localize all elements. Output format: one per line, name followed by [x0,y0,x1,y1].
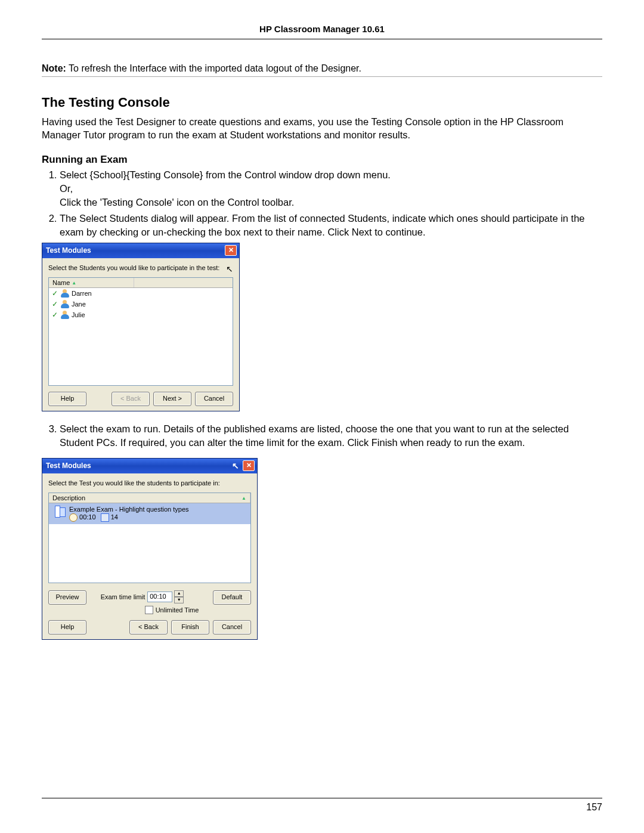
step-2: The Select Students dialog will appear. … [60,212,602,239]
step-3: Select the exam to run. Details of the p… [60,422,602,450]
description-header-label: Description [52,494,85,501]
check-icon[interactable]: ✓ [51,311,58,318]
students-list-header: Name ▲ [49,278,233,288]
student-row[interactable]: ✓ Darren [49,288,233,299]
dialog1-instruction: Select the Students you would like to pa… [48,264,219,271]
time-limit-label: Exam time limit [101,593,145,600]
dialog2-body: Select the Test you would like the stude… [42,473,257,639]
section-heading: The Testing Console [42,95,602,110]
dialog2-title: Test Modules [46,462,91,470]
student-name: Darren [72,290,92,297]
name-column-header[interactable]: Name ▲ [49,278,134,287]
check-icon[interactable]: ✓ [51,290,58,297]
next-button[interactable]: Next > [153,392,191,406]
section-intro: Having used the Test Designer to create … [42,115,602,142]
help-button[interactable]: Help [48,620,86,634]
exam-row[interactable]: Example Exam - Highlight question types … [49,503,250,524]
exam-question-count: 14 [111,513,118,521]
time-limit-spinner[interactable]: ▲ ▼ [174,590,184,603]
dialog2-instruction: Select the Test you would like the stude… [48,479,251,487]
back-button[interactable]: < Back [129,620,168,634]
back-button: < Back [112,392,150,406]
dialog1-title: Test Modules [46,246,91,255]
student-row[interactable]: ✓ Julie [49,309,233,320]
name-header-label: Name [52,279,70,286]
cancel-button[interactable]: Cancel [195,392,233,406]
dialog1-button-row: Help < Back Next > Cancel [48,392,233,406]
spinner-up-icon[interactable]: ▲ [174,590,184,597]
time-limit-input[interactable]: 00:10 [147,592,172,602]
spinner-down-icon[interactable]: ▼ [174,597,184,603]
tests-list-header: Description ▲ [49,493,250,503]
unlimited-checkbox[interactable] [145,606,153,614]
sort-ascending-icon: ▲ [72,280,76,286]
exam-icon [54,506,66,518]
person-icon [61,289,69,298]
students-listbox[interactable]: Name ▲ ✓ Darren ✓ Jane ✓ Julie [48,277,233,386]
unlimited-time-row[interactable]: Unlimited Time [145,606,199,614]
unlimited-label: Unlimited Time [156,606,199,614]
dialog1-titlebar[interactable]: Test Modules ✕ [42,243,239,258]
note-row: Note: To refresh the Interface with the … [42,63,602,77]
clock-icon [69,513,78,522]
close-icon[interactable]: ✕ [225,245,237,256]
step-1-alt: Click the 'Testing Console' icon on the … [60,196,602,209]
select-test-dialog: Test Modules ↖ ✕ Select the Test you wou… [42,458,258,640]
select-students-dialog: Test Modules ✕ Select the Students you w… [42,243,240,411]
footer-rule [42,798,602,798]
page-number: 157 [586,802,602,813]
close-icon[interactable]: ✕ [243,460,255,471]
student-row[interactable]: ✓ Jane [49,299,233,309]
exam-title: Example Exam - Highlight question types [69,506,189,513]
cursor-icon: ↖ [232,461,239,470]
document-page: HP Classroom Manager 10.61 Note: To refr… [0,0,644,833]
description-column-header[interactable]: Description ▲ [49,493,250,503]
cursor-icon: ↖ [226,264,233,274]
person-icon [61,300,69,308]
dialog1-body: Select the Students you would like to pa… [42,258,239,411]
dialog2-row-2: Help < Back Finish Cancel [48,620,251,634]
student-name: Jane [72,301,86,308]
default-button[interactable]: Default [213,590,251,605]
note-text: To refresh the Interface with the import… [69,63,361,73]
preview-button[interactable]: Preview [48,590,86,605]
tests-listbox[interactable]: Description ▲ Example Exam - Highlight q… [48,493,251,583]
student-name: Julie [72,311,85,318]
step-1: Select {School}{Testing Console} from th… [60,168,602,209]
subsection-heading: Running an Exam [42,154,602,166]
exam-time: 00:10 [79,513,96,521]
page-header-title: HP Classroom Manager 10.61 [42,24,602,39]
sort-ascending-icon: ▲ [242,496,246,501]
dialog2-row-1: Preview Exam time limit 00:10 ▲ ▼ Unlimi… [48,590,251,614]
cancel-button[interactable]: Cancel [213,620,251,634]
step-1-text: Select {School}{Testing Console} from th… [60,169,391,180]
steps-list-cont: Select the exam to run. Details of the p… [42,422,602,450]
check-icon[interactable]: ✓ [51,301,58,308]
step-1-or: Or, [60,182,602,196]
steps-list: Select {School}{Testing Console} from th… [42,168,602,239]
finish-button[interactable]: Finish [171,620,209,634]
help-button[interactable]: Help [48,392,86,406]
person-icon [61,311,69,319]
question-count-icon [101,513,109,522]
dialog2-titlebar[interactable]: Test Modules ↖ ✕ [42,459,257,473]
note-label: Note: [42,63,66,73]
